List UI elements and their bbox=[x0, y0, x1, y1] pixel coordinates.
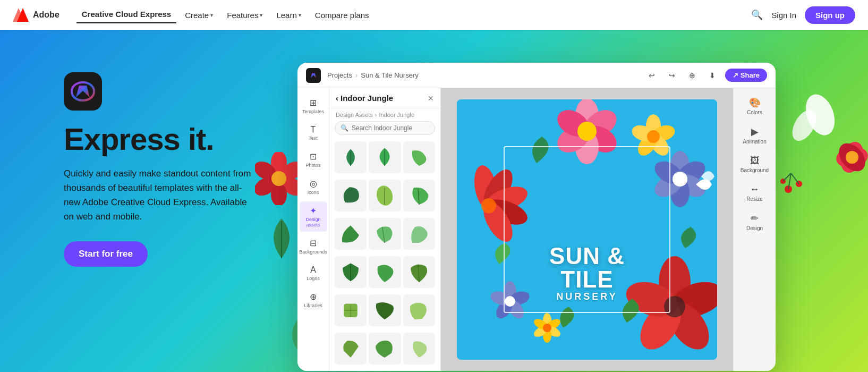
canvas-sub-text: NURSERY bbox=[522, 291, 652, 302]
sidebar-item-design-assets[interactable]: ✦ Design assets bbox=[300, 201, 327, 232]
photos-icon: ⊡ bbox=[310, 151, 317, 162]
design-assets-icon: ✦ bbox=[310, 206, 317, 216]
panel-asset-grid bbox=[329, 139, 440, 371]
sidebar-item-libraries[interactable]: ⊕ Libraries bbox=[300, 288, 327, 312]
svg-point-53 bbox=[647, 130, 660, 143]
svg-line-21 bbox=[791, 173, 799, 184]
app-panel: ‹ Indoor Jungle ✕ Design Assets › Indoor… bbox=[329, 88, 441, 371]
panel-title: ‹ Indoor Jungle bbox=[336, 94, 393, 103]
svg-point-59 bbox=[481, 198, 496, 213]
sign-up-button[interactable]: Sign up bbox=[805, 6, 855, 24]
panel-asset-item[interactable] bbox=[369, 333, 401, 365]
canvas-design: SUN & TILE NURSERY bbox=[457, 99, 717, 360]
app-topbar-logo bbox=[306, 68, 321, 83]
navigation: Adobe Creative Cloud Express Create ▾ Fe… bbox=[0, 0, 868, 30]
animation-icon: ▶ bbox=[751, 126, 759, 138]
icons-icon: ◎ bbox=[310, 179, 317, 189]
cc-express-icon bbox=[71, 80, 95, 103]
prop-background[interactable]: 🖼 Background bbox=[737, 152, 773, 176]
sidebar-item-text[interactable]: T Text bbox=[300, 121, 327, 145]
panel-search-bar[interactable]: 🔍 bbox=[335, 121, 435, 135]
background-icon: 🖼 bbox=[750, 155, 760, 166]
panel-asset-item[interactable] bbox=[369, 256, 401, 288]
nav-create[interactable]: Create ▾ bbox=[180, 7, 218, 23]
hero-description: Quickly and easily make standout content… bbox=[64, 166, 255, 224]
zoom-button[interactable]: ⊕ bbox=[685, 68, 700, 83]
panel-asset-item[interactable] bbox=[403, 333, 435, 365]
share-icon: ↗ bbox=[733, 71, 738, 79]
panel-close-button[interactable]: ✕ bbox=[428, 94, 434, 103]
panel-asset-item[interactable] bbox=[403, 141, 435, 173]
panel-asset-item[interactable] bbox=[335, 294, 367, 326]
nav-learn[interactable]: Learn ▾ bbox=[271, 7, 306, 23]
panel-breadcrumb: Design Assets › Indoor Jungle bbox=[329, 108, 440, 121]
sidebar-item-backgrounds[interactable]: ⊟ Backgrounds bbox=[300, 234, 327, 259]
hero-title: Express it. bbox=[64, 123, 287, 156]
nav-compare-plans[interactable]: Compare plans bbox=[310, 7, 375, 23]
app-icon bbox=[64, 72, 102, 111]
backgrounds-icon: ⊟ bbox=[310, 238, 317, 248]
sidebar-item-logos[interactable]: A Logos bbox=[300, 261, 327, 285]
nav-features[interactable]: Features ▾ bbox=[222, 7, 268, 23]
panel-asset-item[interactable] bbox=[403, 218, 435, 250]
hero-section: Express it. Quickly and easily make stan… bbox=[0, 30, 868, 372]
design-icon: ✏ bbox=[751, 213, 759, 224]
panel-asset-item[interactable] bbox=[403, 294, 435, 326]
prop-colors[interactable]: 🎨 Colors bbox=[737, 94, 773, 119]
panel-asset-item[interactable] bbox=[335, 141, 367, 173]
app-breadcrumb: Projects › Sun & Tile Nursery bbox=[327, 71, 638, 79]
redo-button[interactable]: ↪ bbox=[665, 68, 679, 83]
canvas-text-overlay: SUN & TILE NURSERY bbox=[522, 244, 652, 302]
svg-point-47 bbox=[673, 172, 687, 187]
app-canvas[interactable]: SUN & TILE NURSERY bbox=[441, 88, 733, 371]
app-body: ⊞ Templates T Text ⊡ Photos ◎ Icons ✦ bbox=[297, 88, 776, 371]
search-button[interactable]: 🔍 bbox=[751, 9, 763, 21]
app-topbar-actions: ↩ ↪ ⊕ ⬇ ↗ Share bbox=[644, 68, 767, 83]
panel-asset-item[interactable] bbox=[369, 141, 401, 173]
panel-asset-item[interactable] bbox=[335, 333, 367, 365]
svg-point-78 bbox=[543, 324, 551, 332]
logos-icon: A bbox=[310, 265, 316, 275]
app-topbar: Projects › Sun & Tile Nursery ↩ ↪ ⊕ ⬇ ↗ … bbox=[297, 63, 776, 88]
decorative-right-flowers bbox=[772, 83, 868, 210]
sidebar-item-photos[interactable]: ⊡ Photos bbox=[300, 147, 327, 172]
adobe-icon bbox=[13, 8, 29, 22]
libraries-icon: ⊕ bbox=[310, 292, 317, 302]
canvas-main-text: SUN & TILE bbox=[522, 244, 652, 291]
app-right-props: 🎨 Colors ▶ Animation 🖼 Background ↔ Resi… bbox=[733, 88, 776, 371]
panel-asset-item[interactable] bbox=[403, 256, 435, 288]
prop-animation[interactable]: ▶ Animation bbox=[737, 123, 773, 148]
svg-point-16 bbox=[846, 151, 858, 164]
templates-icon: ⊞ bbox=[310, 98, 317, 108]
sidebar-item-templates[interactable]: ⊞ Templates bbox=[300, 94, 327, 119]
panel-asset-item[interactable] bbox=[369, 218, 401, 250]
nav-right-actions: 🔍 Sign In Sign up bbox=[751, 6, 855, 24]
search-icon: 🔍 bbox=[341, 124, 348, 132]
app-screenshot: Projects › Sun & Tile Nursery ↩ ↪ ⊕ ⬇ ↗ … bbox=[297, 63, 776, 371]
nav-creative-cloud-express[interactable]: Creative Cloud Express bbox=[76, 6, 176, 23]
panel-asset-item[interactable] bbox=[369, 294, 401, 326]
sign-in-button[interactable]: Sign In bbox=[771, 11, 796, 20]
logo[interactable]: Adobe bbox=[13, 8, 59, 22]
panel-asset-item[interactable] bbox=[335, 218, 367, 250]
panel-asset-item[interactable] bbox=[369, 180, 401, 212]
panel-asset-item[interactable] bbox=[335, 256, 367, 288]
adobe-text: Adobe bbox=[33, 10, 59, 20]
undo-button[interactable]: ↩ bbox=[644, 68, 659, 83]
panel-search-input[interactable] bbox=[352, 124, 429, 132]
sidebar-item-icons[interactable]: ◎ Icons bbox=[300, 174, 327, 199]
panel-header: ‹ Indoor Jungle ✕ bbox=[329, 88, 440, 108]
app-sidebar-icons: ⊞ Templates T Text ⊡ Photos ◎ Icons ✦ bbox=[297, 88, 329, 371]
colors-icon: 🎨 bbox=[749, 97, 761, 108]
share-button[interactable]: ↗ Share bbox=[725, 69, 767, 82]
prop-design[interactable]: ✏ Design bbox=[737, 209, 773, 234]
text-icon: T bbox=[311, 125, 316, 134]
download-button[interactable]: ⬇ bbox=[705, 68, 720, 83]
svg-point-40 bbox=[577, 122, 597, 141]
prop-resize[interactable]: ↔ Resize bbox=[737, 181, 773, 205]
nav-links: Creative Cloud Express Create ▾ Features… bbox=[76, 6, 752, 23]
panel-asset-item[interactable] bbox=[403, 180, 435, 212]
hero-cta-button[interactable]: Start for free bbox=[64, 241, 148, 267]
resize-icon: ↔ bbox=[750, 184, 760, 195]
panel-asset-item[interactable] bbox=[335, 180, 367, 212]
